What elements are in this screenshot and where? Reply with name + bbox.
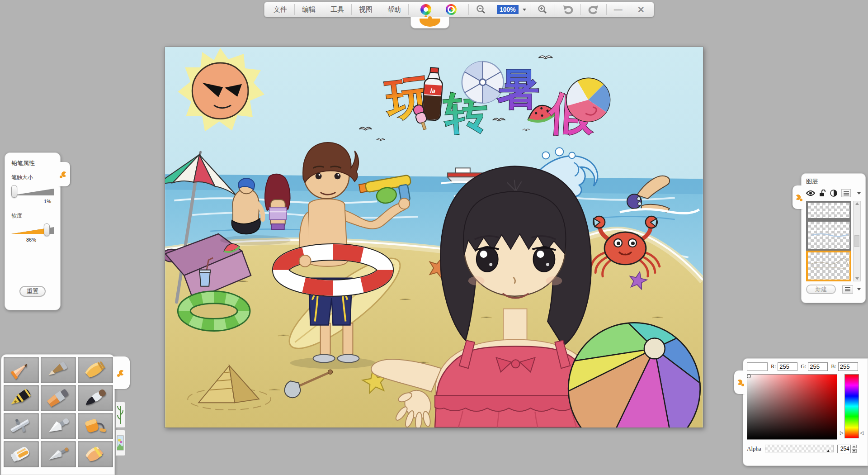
contrast-icon xyxy=(830,190,837,197)
menu-file[interactable]: 文件 xyxy=(266,2,294,17)
rainbow-palette-button[interactable] xyxy=(439,2,464,17)
brush-size-value: 1% xyxy=(11,199,51,204)
brush-painting-knife[interactable] xyxy=(41,441,76,467)
blue-input[interactable] xyxy=(838,362,858,371)
color-panel-collapse-handle[interactable] xyxy=(734,370,745,394)
brush-round[interactable] xyxy=(78,385,113,411)
alpha-increment-button[interactable] xyxy=(852,445,857,448)
softness-slider[interactable] xyxy=(11,223,54,236)
menu-tools[interactable]: 工具 xyxy=(323,2,351,17)
brush-size-handle[interactable] xyxy=(11,185,17,198)
layer-visibility-button[interactable] xyxy=(806,190,815,196)
unlock-icon xyxy=(819,190,826,197)
fountain-pen-icon xyxy=(7,387,36,409)
reset-button[interactable]: 重置 xyxy=(19,286,46,297)
oil-pastel-icon xyxy=(81,443,110,465)
brush-oil-pastel[interactable] xyxy=(78,441,113,467)
layer-row-3-selected[interactable] xyxy=(806,251,851,281)
brush-pencil[interactable] xyxy=(4,357,39,383)
bottle-label: la xyxy=(430,87,436,95)
alpha-marker-icon[interactable]: ▲ xyxy=(826,448,830,453)
minimize-button[interactable]: — xyxy=(607,2,630,17)
green-input[interactable] xyxy=(808,362,828,371)
chevron-down-icon xyxy=(857,192,861,195)
undo-button[interactable] xyxy=(555,2,580,17)
toolbar-collapse-tab[interactable] xyxy=(410,17,449,28)
rainbow-pen-button[interactable] xyxy=(413,2,439,17)
softness-handle[interactable] xyxy=(44,223,50,236)
orange-handle-icon xyxy=(737,380,742,385)
layer-row-1[interactable] xyxy=(806,201,851,220)
hue-marker-left-icon[interactable]: ▷ xyxy=(840,431,844,435)
texture-plant-brush-button[interactable] xyxy=(115,402,125,428)
brush-ink-bottle[interactable] xyxy=(4,441,39,467)
minimize-icon: — xyxy=(614,5,623,14)
zoom-in-icon xyxy=(538,5,547,14)
alpha-input[interactable] xyxy=(837,445,851,453)
eye-icon xyxy=(806,190,815,196)
orange-smile-icon xyxy=(420,19,440,27)
brush-size-track[interactable] xyxy=(11,189,54,195)
paint-roller-icon xyxy=(81,415,110,437)
menu-view[interactable]: 视图 xyxy=(352,2,380,17)
rainbow-pen-icon xyxy=(420,4,431,15)
pencil-panel-collapse-handle[interactable] xyxy=(58,162,70,186)
saturation-value-square[interactable] xyxy=(747,374,837,440)
scrollbar-thumb[interactable] xyxy=(854,235,859,247)
zoom-level-select[interactable]: 100% xyxy=(493,2,530,17)
layer-lock-button[interactable] xyxy=(819,190,826,197)
layers-panel: 图层 xyxy=(801,173,866,303)
brush-airbrush[interactable] xyxy=(4,413,39,439)
zoom-in-button[interactable] xyxy=(530,2,555,17)
orange-handle-icon xyxy=(119,370,124,375)
brush-size-slider[interactable] xyxy=(11,185,54,198)
menu-edit[interactable]: 编辑 xyxy=(295,2,323,17)
brush-roller[interactable] xyxy=(78,413,113,439)
brush-wooden-pencil[interactable] xyxy=(41,357,76,383)
layer-row-2[interactable] xyxy=(806,220,851,251)
flat-brush-icon xyxy=(44,387,73,409)
crayon-icon xyxy=(81,359,110,381)
hue-slider[interactable]: ▷ ◁ xyxy=(844,374,859,438)
undo-icon xyxy=(562,5,573,14)
green-label: G: xyxy=(801,363,806,370)
brush-crayon[interactable] xyxy=(78,357,113,383)
new-layer-button[interactable]: 新建 xyxy=(806,285,836,294)
sv-marker[interactable] xyxy=(747,374,751,378)
hue-marker-right-icon[interactable]: ◁ xyxy=(860,431,863,435)
layer-options-button[interactable] xyxy=(841,189,851,197)
redo-button[interactable] xyxy=(581,2,606,17)
brush-fountain-pen[interactable] xyxy=(4,385,39,411)
zoom-out-button[interactable] xyxy=(469,2,493,17)
pencil-panel-title: 铅笔属性 xyxy=(11,159,54,167)
brush-panel-collapse-handle[interactable] xyxy=(113,356,130,389)
alpha-label: Alpha xyxy=(747,445,761,452)
current-color-swatch[interactable] xyxy=(747,362,768,371)
red-label: R: xyxy=(771,363,776,370)
scroll-down-icon[interactable] xyxy=(855,277,859,280)
softness-value: 86% xyxy=(11,237,51,242)
brush-palette-knife[interactable] xyxy=(41,413,76,439)
menu-icon xyxy=(845,287,850,291)
layers-menu-button[interactable] xyxy=(842,285,853,294)
layers-scrollbar[interactable] xyxy=(853,201,861,281)
ink-bottle-icon xyxy=(7,443,36,465)
orange-handle-icon xyxy=(61,171,67,177)
layer-opacity-button[interactable] xyxy=(830,190,837,197)
softness-fill xyxy=(11,227,48,234)
pencil-icon xyxy=(7,359,36,381)
top-toolbar: 文件 编辑 工具 视图 帮助 100% xyxy=(264,2,654,17)
brush-flat[interactable] xyxy=(41,385,76,411)
zoom-level-value: 100% xyxy=(497,5,519,14)
scroll-up-icon[interactable] xyxy=(855,202,859,205)
alpha-slider[interactable]: ▲ xyxy=(765,445,834,452)
red-input[interactable] xyxy=(778,362,797,371)
layers-panel-collapse-handle[interactable] xyxy=(793,185,803,209)
menu-help[interactable]: 帮助 xyxy=(380,2,408,17)
pattern-image-brush-button[interactable] xyxy=(115,430,125,456)
drawing-canvas[interactable]: 玩 la 转 暑 假 xyxy=(165,47,703,428)
alpha-decrement-button[interactable] xyxy=(852,449,857,453)
close-button[interactable]: ✕ xyxy=(630,2,652,17)
plant-brush-icon xyxy=(117,404,124,426)
airbrush-icon xyxy=(7,415,36,437)
